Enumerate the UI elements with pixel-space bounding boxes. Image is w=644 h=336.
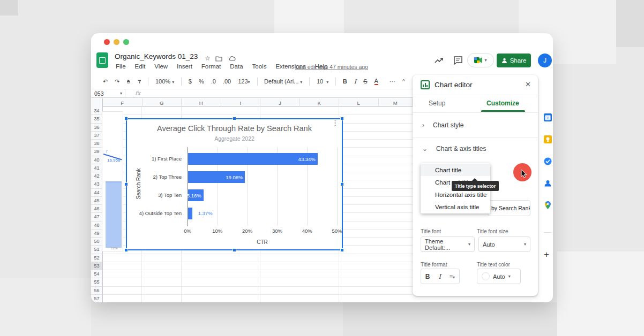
account-avatar[interactable]: J	[538, 54, 552, 67]
italic-button[interactable]: I	[354, 78, 356, 85]
font-select[interactable]: Default (Ari... ▾	[264, 78, 302, 85]
chart-resize-handle[interactable]	[124, 117, 128, 120]
row-header-39[interactable]: 39	[91, 148, 103, 156]
more-formats-select[interactable]: 123▾	[238, 78, 250, 85]
font-size-select[interactable]: 10 ▾	[317, 78, 328, 85]
row-header-53[interactable]: 53	[91, 262, 103, 270]
row-header-57[interactable]: 57	[91, 295, 103, 302]
strikethrough-button[interactable]: S	[363, 78, 367, 85]
row-header-46[interactable]: 46	[91, 205, 103, 213]
row-header-40[interactable]: 40	[91, 156, 103, 164]
chart-resize-handle[interactable]	[124, 182, 128, 186]
row-header-56[interactable]: 56	[91, 287, 103, 295]
increase-decimals-button[interactable]: .00	[223, 78, 231, 85]
chart-resize-handle[interactable]	[340, 182, 344, 186]
row-header-47[interactable]: 47	[91, 213, 103, 221]
column-header-H[interactable]: H	[182, 98, 221, 107]
share-button[interactable]: Share	[497, 54, 531, 67]
contacts-icon[interactable]	[544, 179, 552, 187]
meet-button[interactable]: ▾	[467, 53, 494, 67]
row-header-51[interactable]: 51	[91, 246, 103, 254]
chart-resize-handle[interactable]	[233, 248, 236, 252]
print-button[interactable]	[126, 78, 130, 85]
tasks-icon[interactable]	[544, 157, 552, 165]
close-icon[interactable]: ✕	[525, 80, 531, 88]
chart-resize-handle[interactable]	[124, 248, 128, 252]
row-header-45[interactable]: 45	[91, 197, 103, 205]
section-chart-style[interactable]: › Chart style	[413, 112, 538, 138]
row-header-34[interactable]: 34	[91, 107, 103, 115]
column-header-K[interactable]: K	[300, 98, 340, 107]
row-header-36[interactable]: 36	[91, 124, 103, 132]
row-header-37[interactable]: 37	[91, 132, 103, 140]
format-currency-button[interactable]: $	[189, 78, 192, 85]
selected-chart[interactable]: Average Click Through Rate by Search Ran…	[126, 118, 343, 250]
background-chart[interactable]: 7 16,958 120k	[102, 111, 123, 251]
meet-dropdown-arrow[interactable]: ▾	[484, 58, 486, 63]
zoom-select[interactable]: 100% ▾	[155, 78, 174, 85]
format-percent-button[interactable]: %	[199, 78, 204, 85]
section-chart-axis-titles[interactable]: ⌄ Chart & axis titles	[413, 138, 538, 159]
row-header-52[interactable]: 52	[91, 254, 103, 262]
collapse-toolbar-button[interactable]: ^	[402, 78, 405, 85]
menu-data[interactable]: Data	[230, 63, 243, 70]
chart-resize-handle[interactable]	[340, 117, 344, 120]
menu-edit[interactable]: Edit	[135, 63, 146, 70]
format-bold-button[interactable]: B	[425, 273, 430, 280]
paint-format-button[interactable]	[138, 78, 141, 85]
tab-setup[interactable]: Setup	[429, 100, 445, 107]
row-header-55[interactable]: 55	[91, 278, 103, 286]
column-header-I[interactable]: I	[221, 98, 261, 107]
sheets-logo-icon[interactable]	[96, 52, 108, 68]
format-align-button[interactable]: ≡▾	[450, 273, 455, 280]
row-header-38[interactable]: 38	[91, 140, 103, 148]
decrease-decimals-button[interactable]: .0	[211, 78, 216, 85]
redo-button[interactable]: ↷	[115, 78, 119, 85]
title-text-color-select[interactable]: Auto ▾	[477, 269, 521, 284]
format-italic-button[interactable]: I	[438, 273, 441, 280]
more-toolbar-button[interactable]: ⋯	[390, 78, 395, 85]
bold-button[interactable]: B	[343, 78, 347, 85]
comment-icon[interactable]	[453, 56, 463, 65]
dropdown-item-vertical-axis-title[interactable]: Vertical axis title	[421, 201, 490, 213]
name-box[interactable]: 053▾	[91, 89, 125, 97]
title-text-input[interactable]: by Search Rank	[488, 200, 530, 216]
calendar-icon[interactable]: 31	[544, 113, 552, 121]
star-icon[interactable]: ☆	[205, 55, 211, 62]
row-header-42[interactable]: 42	[91, 172, 103, 180]
menu-file[interactable]: File	[116, 63, 126, 70]
row-header-43[interactable]: 43	[91, 180, 103, 188]
menu-format[interactable]: Format	[201, 63, 221, 70]
title-font-select[interactable]: Theme Default:...▾	[421, 236, 475, 252]
select-all-corner[interactable]	[91, 98, 103, 107]
close-window-button[interactable]	[104, 39, 110, 45]
column-header-J[interactable]: J	[260, 98, 300, 107]
row-header-49[interactable]: 49	[91, 230, 103, 238]
last-edit-status[interactable]: Last edit was 47 minutes ago	[295, 64, 368, 70]
row-header-41[interactable]: 41	[91, 164, 103, 172]
menu-tools[interactable]: Tools	[252, 63, 267, 70]
chart-menu-kebab-icon[interactable]: ⋮	[332, 121, 339, 125]
maps-icon[interactable]	[544, 201, 552, 209]
row-header-44[interactable]: 44	[91, 189, 103, 197]
column-header-L[interactable]: L	[339, 98, 379, 107]
keep-icon[interactable]	[544, 135, 552, 143]
title-font-size-select[interactable]: Auto▾	[478, 236, 530, 252]
chart-resize-handle[interactable]	[340, 248, 344, 252]
move-folder-icon[interactable]	[215, 56, 222, 62]
row-header-48[interactable]: 48	[91, 222, 103, 230]
document-title[interactable]: Organic_Keywords 01_23	[115, 52, 198, 60]
dropdown-item-chart-title[interactable]: Chart title	[421, 164, 490, 176]
menu-insert[interactable]: Insert	[177, 63, 192, 70]
tab-customize[interactable]: Customize	[486, 100, 519, 107]
cloud-status-icon[interactable]	[228, 56, 236, 61]
column-header-M[interactable]: M	[379, 98, 413, 107]
undo-button[interactable]: ↶	[103, 78, 108, 85]
row-header-50[interactable]: 50	[91, 238, 103, 246]
zoom-window-button[interactable]	[123, 39, 129, 45]
row-header-35[interactable]: 35	[91, 115, 103, 123]
add-addon-button[interactable]: +	[544, 249, 549, 260]
chart-resize-handle[interactable]	[233, 117, 236, 120]
text-color-button[interactable]: A	[375, 78, 378, 85]
column-header-F[interactable]: F	[103, 98, 143, 107]
